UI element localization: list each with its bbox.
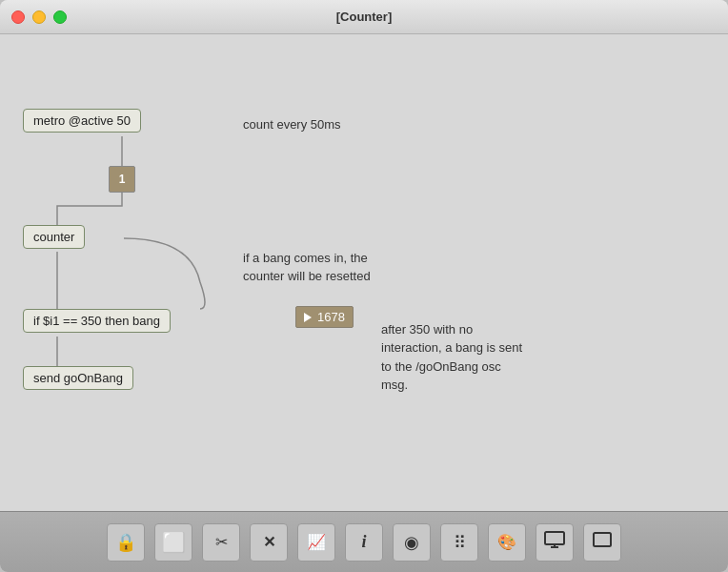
svg-rect-0	[545, 532, 564, 544]
traffic-lights	[11, 10, 67, 24]
lock-icon: 🔒	[115, 532, 136, 553]
number-value: 1678	[317, 310, 345, 324]
monitor-icon	[544, 531, 565, 553]
monitor-button[interactable]	[536, 523, 574, 562]
chart-icon: 📈	[307, 533, 326, 551]
scissors-icon: ✂	[215, 533, 228, 551]
canvas-area: metro @active 50 1 counter if $i1 == 350…	[0, 34, 728, 511]
counter-object[interactable]: counter	[23, 225, 85, 249]
window-title: [Counter]	[336, 10, 393, 24]
minimize-button[interactable]	[32, 10, 46, 24]
close-x-button[interactable]: ✕	[250, 523, 288, 562]
grid-icon: ⠿	[454, 532, 465, 553]
x-icon: ✕	[263, 533, 275, 551]
number-triangle-icon	[304, 313, 312, 322]
metro-label: metro @active 50	[33, 113, 131, 128]
metro-object[interactable]: metro @active 50	[23, 109, 141, 133]
send-button[interactable]: ◉	[393, 523, 431, 562]
counter-annotation: if a bang comes in, the counter will be …	[243, 230, 371, 286]
if-expr-object[interactable]: if $i1 == 350 then bang	[23, 309, 171, 333]
connector-counter-reset	[124, 238, 205, 309]
if-annotation: after 350 with no interaction, a bang is…	[381, 301, 522, 395]
close-button[interactable]	[11, 10, 25, 24]
color-icon: 🎨	[497, 533, 516, 551]
copy-icon: ⬜	[162, 531, 186, 554]
info-button[interactable]: i	[345, 523, 383, 562]
number-box[interactable]: 1678	[295, 306, 354, 328]
send-object[interactable]: send goOnBang	[23, 366, 133, 390]
send-icon: ◉	[404, 532, 419, 553]
grid-button[interactable]: ⠿	[440, 523, 478, 562]
window: [Counter] metro @active 50 1 counter	[0, 0, 728, 572]
window-button[interactable]	[583, 523, 621, 562]
lock-button[interactable]: 🔒	[107, 523, 145, 562]
info-icon: i	[361, 532, 366, 552]
connector-toggle-counter	[57, 193, 122, 225]
counter-label: counter	[33, 230, 74, 244]
window-icon	[593, 532, 612, 552]
maximize-button[interactable]	[53, 10, 67, 24]
copy-button[interactable]: ⬜	[154, 523, 192, 562]
toggle-value: 1	[119, 173, 126, 186]
send-label: send goOnBang	[33, 371, 123, 385]
chart-button[interactable]: 📈	[297, 523, 335, 562]
if-expr-label: if $i1 == 350 then bang	[33, 314, 160, 328]
svg-rect-3	[594, 533, 611, 546]
toolbar: 🔒 ⬜ ✂ ✕ 📈 i ◉ ⠿ 🎨	[0, 511, 728, 572]
toggle-box[interactable]: 1	[109, 166, 135, 193]
scissors-button[interactable]: ✂	[202, 523, 240, 562]
title-bar: [Counter]	[0, 0, 728, 34]
color-button[interactable]: 🎨	[488, 523, 526, 562]
metro-annotation: count every 50ms	[243, 115, 341, 134]
